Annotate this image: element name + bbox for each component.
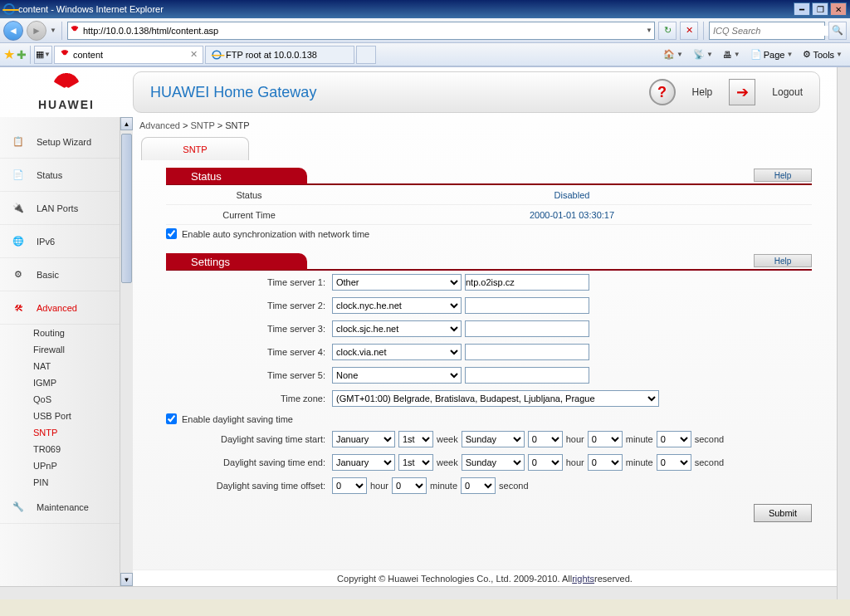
search-input[interactable] <box>713 26 828 36</box>
favorites-icon[interactable]: ★ <box>3 46 15 62</box>
sidebar-nav: 📋Setup Wizard 📄Status 🔌LAN Ports 🌐IPv6 ⚙… <box>0 117 120 586</box>
sidebar-item-setup-wizard[interactable]: 📋Setup Wizard <box>0 125 120 159</box>
sidebar-item-lan-ports[interactable]: 🔌LAN Ports <box>0 192 120 225</box>
time-server-5-input[interactable] <box>465 367 589 384</box>
sidebar-sub-firewall[interactable]: Firewall <box>0 341 120 358</box>
dst-end-hour-select[interactable]: 0 <box>528 454 563 471</box>
restore-button[interactable]: ❐ <box>812 2 828 16</box>
print-button[interactable]: 🖶▼ <box>719 46 745 64</box>
search-box[interactable] <box>709 22 825 40</box>
tab-label: FTP root at 10.0.0.138 <box>226 50 317 60</box>
forward-button[interactable]: ► <box>27 21 46 41</box>
dst-offset-hour-select[interactable]: 0 <box>332 477 367 494</box>
sidebar-item-basic[interactable]: ⚙Basic <box>0 258 120 291</box>
viewport-scrollbar-horizontal[interactable] <box>0 586 837 599</box>
sidebar-sub-pin[interactable]: PIN <box>0 474 120 491</box>
sidebar-sub-routing[interactable]: Routing <box>0 325 120 341</box>
refresh-button[interactable]: ↻ <box>658 22 677 40</box>
logout-icon[interactable]: ➔ <box>729 79 755 105</box>
time-server-1-input[interactable] <box>465 274 589 291</box>
scroll-up-icon[interactable]: ▲ <box>120 117 133 130</box>
page-menu-button[interactable]: 📄Page▼ <box>746 46 798 64</box>
tools-menu-button[interactable]: ⚙Tools▼ <box>799 46 847 64</box>
sidebar-item-status[interactable]: 📄Status <box>0 159 120 192</box>
time-server-2-input[interactable] <box>465 297 589 314</box>
search-button[interactable]: 🔍 <box>828 22 847 40</box>
dst-start-hour-select[interactable]: 0 <box>528 431 563 447</box>
dst-end-second-select[interactable]: 0 <box>657 454 691 471</box>
browser-tab-1[interactable]: content ✕ <box>54 46 203 64</box>
url-input[interactable] <box>83 26 642 36</box>
advanced-icon: 🛠 <box>8 298 28 318</box>
nav-history-dropdown[interactable]: ▼ <box>50 27 56 34</box>
dst-end-day-select[interactable]: Sunday <box>462 454 525 471</box>
status-help-button[interactable]: Help <box>754 169 812 182</box>
huawei-logo: HUAWEI <box>17 73 116 111</box>
dst-end-minute-select[interactable]: 0 <box>588 454 623 471</box>
sidebar-sub-usb-port[interactable]: USB Port <box>0 408 120 424</box>
back-button[interactable]: ◄ <box>3 21 23 41</box>
time-server-4-input[interactable] <box>465 344 589 360</box>
sidebar-item-advanced[interactable]: 🛠Advanced <box>0 291 120 325</box>
time-server-3-select[interactable]: clock.sjc.he.net <box>332 320 462 337</box>
home-button[interactable]: 🏠▼ <box>659 46 687 64</box>
time-server-3-input[interactable] <box>465 320 589 337</box>
dst-end-month-select[interactable]: January <box>332 454 395 471</box>
help-icon[interactable]: ? <box>649 79 676 105</box>
breadcrumb-l2[interactable]: SNTP <box>190 120 214 130</box>
gear-icon: ⚙ <box>8 265 28 285</box>
logout-link[interactable]: Logout <box>772 86 803 98</box>
submit-button[interactable]: Submit <box>754 504 812 522</box>
dst-start-second-select[interactable]: 0 <box>657 431 691 447</box>
dst-offset-minute-select[interactable]: 0 <box>392 477 427 494</box>
stop-button[interactable]: ✕ <box>680 22 698 40</box>
dst-start-month-select[interactable]: January <box>332 431 395 447</box>
dst-start-weekord-select[interactable]: 1st <box>398 431 433 447</box>
sidebar-sub-qos[interactable]: QoS <box>0 391 120 408</box>
scroll-down-icon[interactable]: ▼ <box>120 573 133 586</box>
browser-navbar: ◄ ► ▼ ▼ ↻ ✕ 🔍 <box>0 18 850 43</box>
dst-start-row: Daylight saving time start: January 1st … <box>166 428 812 451</box>
autosync-checkbox[interactable] <box>166 228 177 239</box>
time-server-4-select[interactable]: clock.via.net <box>332 344 462 360</box>
minimize-button[interactable]: ━ <box>794 2 810 16</box>
quick-tabs-button[interactable]: ▦▼ <box>34 46 52 64</box>
time-server-5-select[interactable]: None <box>332 367 462 384</box>
content-tab-sntp[interactable]: SNTP <box>141 137 249 160</box>
sidebar-scrollbar[interactable]: ▲ ▼ <box>120 117 133 586</box>
scroll-thumb[interactable] <box>121 134 132 283</box>
time-server-1-select[interactable]: Other <box>332 274 462 291</box>
dst-offset-second-select[interactable]: 0 <box>461 477 496 494</box>
lan-icon: 🔌 <box>8 198 28 218</box>
url-history-dropdown[interactable]: ▼ <box>646 27 652 34</box>
time-server-3-row: Time server 3: clock.sjc.he.net <box>166 317 812 340</box>
close-tab-icon[interactable]: ✕ <box>190 49 198 60</box>
browser-tab-2[interactable]: FTP root at 10.0.0.138 <box>205 46 354 64</box>
feeds-button[interactable]: 📡▼ <box>689 46 717 64</box>
address-bar[interactable]: ▼ <box>67 22 655 40</box>
dst-end-weekord-select[interactable]: 1st <box>398 454 433 471</box>
current-time-value: 2000-01-01 03:30:17 <box>332 210 812 220</box>
settings-help-button[interactable]: Help <box>754 254 812 267</box>
close-window-button[interactable]: ✕ <box>830 2 847 16</box>
sidebar-sub-tr069[interactable]: TR069 <box>0 441 120 457</box>
dst-enable-checkbox[interactable] <box>166 413 177 424</box>
new-tab-button[interactable] <box>356 46 376 64</box>
sidebar-item-ipv6[interactable]: 🌐IPv6 <box>0 225 120 258</box>
sidebar-sub-igmp[interactable]: IGMP <box>0 374 120 391</box>
sidebar-item-maintenance[interactable]: 🔧Maintenance <box>0 491 120 524</box>
dst-start-day-select[interactable]: Sunday <box>462 431 525 447</box>
dst-start-minute-select[interactable]: 0 <box>588 431 623 447</box>
breadcrumb-l1[interactable]: Advanced <box>139 120 180 130</box>
help-link[interactable]: Help <box>692 86 713 98</box>
sidebar-sub-nat[interactable]: NAT <box>0 358 120 374</box>
sidebar-sub-sntp[interactable]: SNTP <box>0 424 120 441</box>
favicon-icon <box>70 26 80 36</box>
footer-rights-link[interactable]: rights <box>572 574 594 584</box>
viewport-scrollbar-vertical[interactable] <box>837 67 850 599</box>
autosync-label: Enable auto synchronization with network… <box>182 229 369 239</box>
sidebar-sub-upnp[interactable]: UPnP <box>0 457 120 474</box>
time-server-2-select[interactable]: clock.nyc.he.net <box>332 297 462 314</box>
timezone-select[interactable]: (GMT+01:00) Belgrade, Bratislava, Budape… <box>332 390 659 407</box>
add-favorite-icon[interactable]: ✚ <box>17 48 27 61</box>
